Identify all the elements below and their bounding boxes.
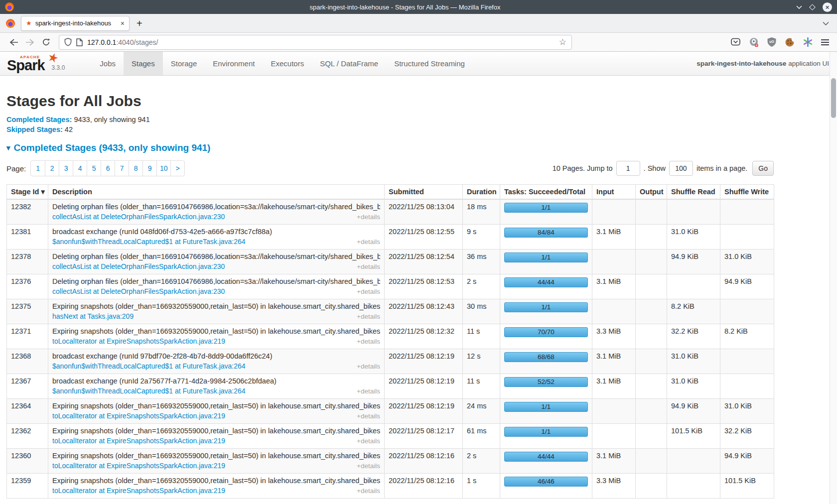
details-toggle[interactable]: +details [357,412,380,420]
stage-callsite-link[interactable]: toLocalIterator at ExpireSnapshotsSparkA… [52,487,225,495]
url-bar[interactable]: 127.0.0.1:4040/stages/ ☆ [59,35,572,50]
page-button-3[interactable]: 3 [59,161,73,176]
page-button-8[interactable]: 8 [129,161,142,176]
stage-callsite-link[interactable]: toLocalIterator at ExpireSnapshotsSparkA… [52,462,225,470]
details-toggle[interactable]: +details [357,312,380,321]
stage-row: 12364Expiring snapshots (older_than=1669… [7,399,774,424]
bookmark-star-icon[interactable]: ☆ [559,38,566,46]
details-toggle[interactable]: +details [357,487,380,495]
page-button-next[interactable]: > [170,161,184,176]
back-button[interactable] [6,35,22,50]
page-button-6[interactable]: 6 [101,161,115,176]
page-button-9[interactable]: 9 [142,161,156,176]
column-header[interactable]: Duration [463,185,500,200]
tasks-cell: 44/44 [500,274,592,299]
column-header[interactable]: Input [592,185,636,200]
tracking-protection-shield-icon[interactable] [64,38,72,46]
details-toggle[interactable]: +details [357,213,380,221]
navbar-item-storage[interactable]: Storage [163,52,205,75]
stage-callsite-link[interactable]: toLocalIterator at ExpireSnapshotsSparkA… [52,437,225,445]
list-all-tabs-icon[interactable] [823,21,829,25]
window-close-button[interactable]: × [823,2,832,12]
input-cell: 3.1 MiB [592,349,636,374]
spark-logo[interactable]: APACHE Spark ★ 3.3.0 [0,52,78,75]
stage-callsite-link[interactable]: $anonfun$withThreadLocalCaptured$1 at Fu… [52,238,246,246]
url-text[interactable]: 127.0.0.1:4040/stages/ [87,38,158,46]
details-toggle[interactable]: +details [357,287,380,296]
input-cell [592,424,636,449]
pocket-icon[interactable] [731,38,740,46]
duration-cell: 30 ms [463,299,500,324]
navbar-item-executors[interactable]: Executors [263,52,312,75]
new-tab-button[interactable]: + [137,18,142,28]
forward-button[interactable] [22,35,38,50]
firefox-view-icon[interactable] [6,19,15,28]
window-minimize-button[interactable] [796,5,802,9]
column-header[interactable]: Shuffle Read [667,185,720,200]
details-toggle[interactable]: +details [357,262,380,271]
scrollbar-thumb[interactable] [831,78,836,118]
details-toggle[interactable]: +details [357,387,380,395]
navbar-item-stages[interactable]: Stages [124,52,163,75]
stage-callsite-link[interactable]: collectAsList at DeleteOrphanFilesSparkA… [52,262,225,271]
page-button-10[interactable]: 10 [156,161,170,176]
column-header[interactable]: Submitted [385,185,463,200]
shuffle-write-cell: 8.2 KiB [720,324,774,349]
column-header[interactable]: Description [48,185,385,200]
stage-id-cell: 12371 [7,324,48,349]
jump-to-page-input[interactable] [616,161,640,176]
privacy-badger-icon[interactable] [749,37,759,47]
shuffle-write-cell [720,299,774,324]
stage-callsite-link[interactable]: $anonfun$withThreadLocalCaptured$1 at Fu… [52,362,246,371]
completed-stages-section-header[interactable]: ▾ Completed Stages (9433, only showing 9… [6,142,837,153]
navbar-item-jobs[interactable]: Jobs [92,52,124,75]
column-header[interactable]: Tasks: Succeeded/Total [500,185,592,200]
stage-row: 12381broadcast exchange (runId 048fd06f-… [7,225,774,250]
details-toggle[interactable]: +details [357,362,380,371]
stage-callsite-link[interactable]: collectAsList at DeleteOrphanFilesSparkA… [52,287,225,296]
tasks-progress-bar: 84/84 [504,228,588,238]
go-button[interactable]: Go [752,161,774,176]
stage-id-cell: 12375 [7,299,48,324]
details-toggle[interactable]: +details [357,462,380,470]
duration-cell: 11 s [463,324,500,349]
shuffle-write-cell: 31.0 KiB [720,250,774,274]
page-info-icon[interactable] [76,38,83,46]
stage-callsite-link[interactable]: collectAsList at DeleteOrphanFilesSparkA… [52,213,225,221]
details-toggle[interactable]: +details [357,337,380,346]
menu-hamburger-icon[interactable] [821,39,829,45]
column-header[interactable]: Shuffle Write [720,185,774,200]
browser-tab[interactable]: ★ spark-ingest-into-lakehous × [21,16,130,31]
items-label: items in a page. [697,164,747,172]
window-maximize-button[interactable] [809,4,816,10]
stage-callsite-link[interactable]: $anonfun$withThreadLocalCaptured$1 at Fu… [52,387,246,395]
tab-close-icon[interactable]: × [121,20,125,27]
page-button-1[interactable]: 1 [31,161,45,176]
page-button-2[interactable]: 2 [45,161,59,176]
tasks-cell: 1/1 [500,299,592,324]
stage-callsite-link[interactable]: toLocalIterator at ExpireSnapshotsSparkA… [52,412,225,420]
details-toggle[interactable]: +details [357,437,380,445]
column-header[interactable]: Stage Id ▾ [7,185,48,200]
stage-callsite-link[interactable]: toLocalIterator at ExpireSnapshotsSparkA… [52,337,225,346]
ublock-origin-icon[interactable]: uO [767,37,776,47]
input-cell: 3.3 MiB [592,474,636,499]
description-cell: Deleting orphan files (older_than=166910… [48,250,385,274]
page-button-7[interactable]: 7 [115,161,129,176]
stage-callsite-link[interactable]: hasNext at Tasks.java:209 [52,312,134,321]
column-header[interactable]: Output [636,185,667,200]
page-button-5[interactable]: 5 [87,161,101,176]
page-button-group: 12345678910> [30,160,185,176]
stage-row: 12360Expiring snapshots (older_than=1669… [7,449,774,474]
items-per-page-input[interactable] [669,161,693,176]
page-button-4[interactable]: 4 [73,161,87,176]
navbar-item-environment[interactable]: Environment [205,52,263,75]
navbar-item-structured-streaming[interactable]: Structured Streaming [386,52,473,75]
details-toggle[interactable]: +details [357,238,380,246]
page-scrollbar[interactable] [830,52,837,504]
output-cell [636,424,667,449]
cookie-icon[interactable] [785,37,795,47]
reload-button[interactable] [38,35,54,50]
navbar-item-sql-dataframe[interactable]: SQL / DataFrame [312,52,386,75]
extension-asterisk-icon[interactable] [803,37,813,47]
